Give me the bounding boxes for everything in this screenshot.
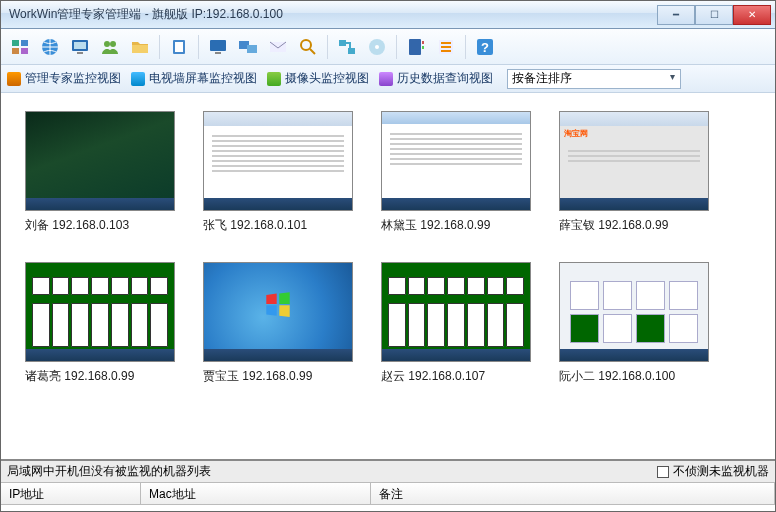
thumbnail-user: 薛宝钗 bbox=[559, 218, 595, 232]
tab-camera-monitor[interactable]: 摄像头监控视图 bbox=[267, 70, 369, 87]
thumbnail-ip: 192.168.0.99 bbox=[598, 218, 668, 232]
thumbnail-image bbox=[203, 111, 353, 211]
svg-rect-25 bbox=[422, 46, 424, 49]
unmonitored-title: 局域网中开机但没有被监视的机器列表 bbox=[7, 463, 657, 480]
screens-grid: 刘备 192.168.0.103张飞 192.168.0.101林黛玉 192.… bbox=[25, 111, 751, 385]
minimize-button[interactable]: ━ bbox=[657, 5, 695, 25]
screen-thumbnail[interactable]: 刘备 192.168.0.103 bbox=[25, 111, 175, 234]
thumbnail-user: 赵云 bbox=[381, 369, 405, 383]
svg-rect-10 bbox=[132, 45, 148, 53]
view-tabs: 管理专家监控视图 电视墙屏幕监控视图 摄像头监控视图 历史数据查询视图 bbox=[1, 65, 775, 93]
thumbnail-ip: 192.168.0.101 bbox=[230, 218, 307, 232]
users-icon[interactable] bbox=[97, 34, 123, 60]
thumbnail-image: 淘宝网 bbox=[559, 111, 709, 211]
svg-rect-7 bbox=[77, 52, 83, 54]
tab-label: 历史数据查询视图 bbox=[397, 70, 493, 87]
thumbnail-caption: 林黛玉 192.168.0.99 bbox=[381, 217, 531, 234]
network-icon[interactable] bbox=[334, 34, 360, 60]
unmonitored-columns: IP地址 Mac地址 备注 bbox=[1, 483, 775, 505]
clipboard-icon[interactable] bbox=[166, 34, 192, 60]
col-ip[interactable]: IP地址 bbox=[1, 483, 141, 504]
thumbnail-image bbox=[381, 111, 531, 211]
tab-icon bbox=[7, 72, 21, 86]
tab-label: 摄像头监控视图 bbox=[285, 70, 369, 87]
mail-icon[interactable] bbox=[265, 34, 291, 60]
svg-rect-14 bbox=[215, 52, 221, 54]
window-controls: ━ ☐ ✕ bbox=[657, 5, 771, 25]
thumbnail-user: 刘备 bbox=[25, 218, 49, 232]
home-icon[interactable] bbox=[7, 34, 33, 60]
toolbar-separator bbox=[327, 35, 328, 59]
maximize-button[interactable]: ☐ bbox=[695, 5, 733, 25]
address-book-icon[interactable] bbox=[403, 34, 429, 60]
thumbnail-caption: 贾宝玉 192.168.0.99 bbox=[203, 368, 353, 385]
thumbnail-image bbox=[559, 262, 709, 362]
svg-point-18 bbox=[301, 40, 311, 50]
tab-icon bbox=[379, 72, 393, 86]
svg-point-9 bbox=[110, 41, 116, 47]
svg-rect-12 bbox=[175, 42, 183, 52]
screen-thumbnail[interactable]: 林黛玉 192.168.0.99 bbox=[381, 111, 531, 234]
folder-icon[interactable] bbox=[127, 34, 153, 60]
svg-rect-0 bbox=[12, 40, 19, 46]
unmonitored-panel: 局域网中开机但没有被监视的机器列表 不侦测未监视机器 IP地址 Mac地址 备注 bbox=[1, 459, 775, 505]
checkbox-label: 不侦测未监视机器 bbox=[673, 463, 769, 480]
tab-label: 管理专家监控视图 bbox=[25, 70, 121, 87]
thumbnail-image bbox=[203, 262, 353, 362]
thumbnail-image bbox=[25, 111, 175, 211]
help-icon[interactable]: ? bbox=[472, 34, 498, 60]
toolbar-separator bbox=[396, 35, 397, 59]
disc-icon[interactable] bbox=[364, 34, 390, 60]
toolbar-separator bbox=[159, 35, 160, 59]
thumbnail-caption: 阮小二 192.168.0.100 bbox=[559, 368, 709, 385]
col-mac[interactable]: Mac地址 bbox=[141, 483, 371, 504]
thumbnail-ip: 192.168.0.99 bbox=[64, 369, 134, 383]
svg-point-8 bbox=[104, 41, 110, 47]
thumbnail-caption: 张飞 192.168.0.101 bbox=[203, 217, 353, 234]
display-icon[interactable] bbox=[205, 34, 231, 60]
svg-rect-6 bbox=[74, 42, 86, 49]
screen-thumbnail[interactable]: 淘宝网薛宝钗 192.168.0.99 bbox=[559, 111, 709, 234]
tab-tvwall-monitor[interactable]: 电视墙屏幕监控视图 bbox=[131, 70, 257, 87]
svg-rect-24 bbox=[422, 41, 424, 44]
window-titlebar: WorkWin管理专家管理端 - 旗舰版 IP:192.168.0.100 ━ … bbox=[1, 1, 775, 29]
thumbnail-caption: 赵云 192.168.0.107 bbox=[381, 368, 531, 385]
sort-dropdown-wrap bbox=[503, 69, 681, 89]
thumbnail-ip: 192.168.0.107 bbox=[408, 369, 485, 383]
screen-thumbnail[interactable]: 张飞 192.168.0.101 bbox=[203, 111, 353, 234]
checkbox-box bbox=[657, 466, 669, 478]
thumbnail-caption: 刘备 192.168.0.103 bbox=[25, 217, 175, 234]
magnify-icon[interactable] bbox=[295, 34, 321, 60]
thumbnail-ip: 192.168.0.99 bbox=[242, 369, 312, 383]
thumbnail-image bbox=[381, 262, 531, 362]
screen-thumbnail[interactable]: 阮小二 192.168.0.100 bbox=[559, 262, 709, 385]
thumbnail-user: 贾宝玉 bbox=[203, 369, 239, 383]
globe-icon[interactable] bbox=[37, 34, 63, 60]
screen-thumbnail[interactable]: 诸葛亮 192.168.0.99 bbox=[25, 262, 175, 385]
sort-dropdown[interactable] bbox=[507, 69, 681, 89]
thumbnail-ip: 192.168.0.99 bbox=[420, 218, 490, 232]
no-detect-checkbox[interactable]: 不侦测未监视机器 bbox=[657, 463, 769, 480]
svg-rect-1 bbox=[21, 40, 28, 46]
list-icon[interactable] bbox=[433, 34, 459, 60]
screen-thumbnail[interactable]: 贾宝玉 192.168.0.99 bbox=[203, 262, 353, 385]
window-title: WorkWin管理专家管理端 - 旗舰版 IP:192.168.0.100 bbox=[9, 6, 657, 23]
monitor-icon[interactable] bbox=[67, 34, 93, 60]
main-toolbar: ? bbox=[1, 29, 775, 65]
toolbar-separator bbox=[465, 35, 466, 59]
thumbnail-ip: 192.168.0.103 bbox=[52, 218, 129, 232]
screens-icon[interactable] bbox=[235, 34, 261, 60]
svg-rect-2 bbox=[12, 48, 19, 54]
tab-history-query[interactable]: 历史数据查询视图 bbox=[379, 70, 493, 87]
thumbnail-caption: 诸葛亮 192.168.0.99 bbox=[25, 368, 175, 385]
toolbar-separator bbox=[198, 35, 199, 59]
thumbnail-image bbox=[25, 262, 175, 362]
svg-point-22 bbox=[375, 45, 379, 49]
thumbnail-ip: 192.168.0.100 bbox=[598, 369, 675, 383]
screen-thumbnail[interactable]: 赵云 192.168.0.107 bbox=[381, 262, 531, 385]
col-remark[interactable]: 备注 bbox=[371, 483, 775, 504]
thumbnail-user: 阮小二 bbox=[559, 369, 595, 383]
tab-expert-monitor[interactable]: 管理专家监控视图 bbox=[7, 70, 121, 87]
close-button[interactable]: ✕ bbox=[733, 5, 771, 25]
tab-icon bbox=[267, 72, 281, 86]
